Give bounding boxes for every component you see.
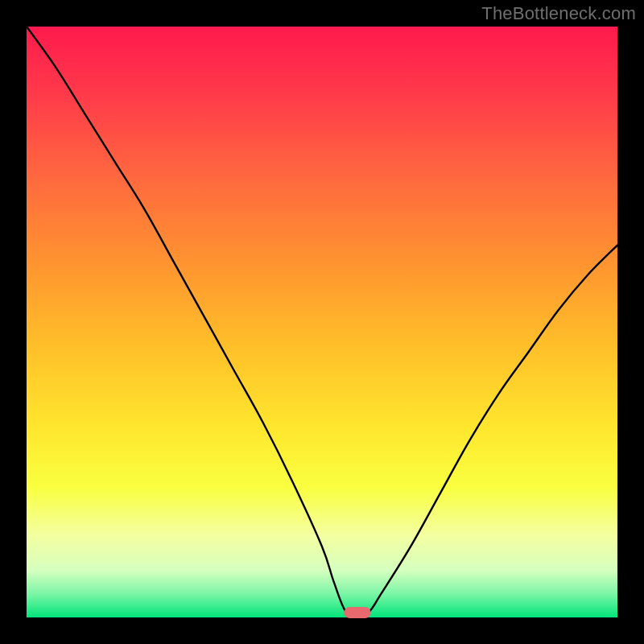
plot-area [27, 27, 617, 617]
bottleneck-curve [27, 27, 617, 617]
chart-frame: TheBottleneck.com [0, 0, 644, 644]
chart-svg [27, 27, 617, 617]
optimal-marker [345, 607, 371, 618]
watermark-text: TheBottleneck.com [481, 3, 636, 24]
